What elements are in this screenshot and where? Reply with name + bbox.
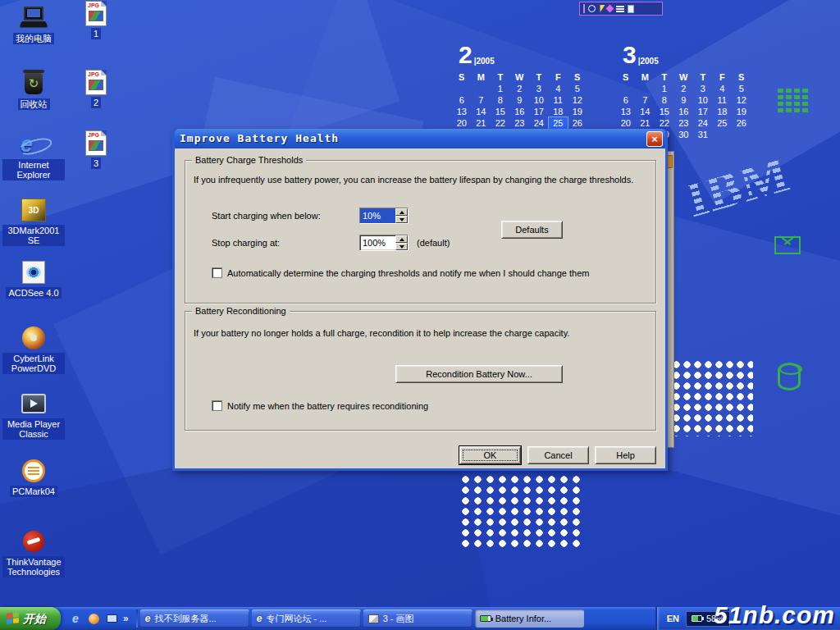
thinkvantage-icon — [20, 528, 48, 555]
calendar-day: 22 — [655, 117, 674, 129]
desktop-icon-label: 2 — [91, 97, 101, 108]
calendar-day: 24 — [529, 117, 549, 129]
calendar-day: 8 — [655, 94, 674, 106]
dialog-title-bar[interactable]: Improve Battery Health × — [175, 129, 665, 148]
chevron-right-icon[interactable]: » — [123, 612, 129, 625]
desktop-file-3[interactable]: JPG 3 — [75, 130, 116, 169]
ok-button[interactable]: OK — [459, 446, 521, 464]
calendar-day: 14 — [472, 106, 491, 117]
jpg-file-icon: JPG — [82, 0, 110, 26]
calendar-day: 23 — [510, 117, 530, 129]
desktop-icon-thinkvantage[interactable]: ThinkVantage Technologies — [2, 528, 66, 578]
task-button-label: 3 - 画图 — [383, 613, 414, 625]
start-charging-value[interactable]: 10% — [360, 208, 395, 223]
close-button[interactable]: × — [646, 131, 663, 147]
stop-charging-spinner[interactable]: 100% — [359, 235, 409, 251]
desktop-icon-label: ACDSee 4.0 — [6, 287, 61, 299]
desktop-icon-3dmark[interactable]: 3D 3DMark2001 SE — [2, 197, 66, 246]
defaults-button[interactable]: Defaults — [501, 221, 563, 239]
task-button-server-not-found[interactable]: e 找不到服务器... — [140, 609, 249, 628]
task-button-battery-information[interactable]: Battery Infor... — [475, 609, 584, 628]
notify-reconditioning-label[interactable]: Notify me when the battery requires reco… — [227, 401, 428, 411]
calendar-day-empty — [636, 83, 655, 94]
language-indicator[interactable]: EN — [667, 607, 679, 630]
spinner-down-button[interactable] — [395, 216, 408, 223]
calendar-day: 17 — [693, 106, 713, 117]
show-desktop-icon[interactable] — [105, 612, 118, 625]
calendar-day-header: T — [491, 71, 510, 83]
media-player-classic-icon — [20, 390, 48, 417]
task-buttons: e 找不到服务器... e 专门网论坛 - ... 3 - 画图 Battery… — [140, 609, 584, 628]
internet-explorer-icon[interactable]: e — [69, 612, 82, 625]
task-button-label: 专门网论坛 - ... — [266, 613, 326, 625]
auto-thresholds-checkbox[interactable] — [212, 267, 222, 278]
calendar-day: 25 — [549, 117, 568, 129]
dialog-button-row: OK Cancel Help — [175, 446, 665, 464]
calendar-day: 21 — [472, 117, 491, 129]
desktop-icon-powerdvd[interactable]: CyberLink PowerDVD — [2, 325, 66, 374]
start-button[interactable]: 开始 — [0, 607, 61, 630]
quick-launch: e » — [61, 612, 134, 625]
notify-reconditioning-checkbox-row: Notify me when the battery requires reco… — [212, 400, 428, 411]
calendar-day: 13 — [616, 106, 636, 117]
windows-logo-icon — [7, 612, 19, 625]
bolt-icon[interactable] — [598, 5, 605, 12]
calendar-year: |2005 — [638, 55, 659, 67]
pcmark-icon — [20, 458, 48, 484]
calendar-day-header: W — [510, 71, 530, 83]
calendar-day: 6 — [616, 94, 636, 106]
calendar-day: 15 — [491, 106, 510, 117]
power-manager-toolbar[interactable] — [579, 2, 663, 16]
desktop-icon-label: Internet Explorer — [2, 159, 65, 180]
desktop-icon-recycle-bin[interactable]: ↻ 回收站 — [2, 71, 66, 110]
task-button-paint[interactable]: 3 - 画图 — [363, 609, 472, 628]
calendar-day: 9 — [674, 94, 694, 106]
desktop-file-1[interactable]: JPG 1 — [75, 0, 116, 39]
toolbar-handle-icon[interactable] — [583, 4, 585, 13]
calendar-day: 19 — [568, 106, 587, 117]
desktop-icon-acdsee[interactable]: ACDSee 4.0 — [2, 259, 66, 299]
desktop-icon-label: ThinkVantage Technologies — [2, 556, 65, 578]
recondition-battery-button[interactable]: Recondition Battery Now... — [395, 365, 563, 383]
desktop-icon-pcmark[interactable]: PCMark04 — [2, 458, 66, 497]
calendar-day: 3 — [693, 83, 713, 94]
auto-thresholds-label[interactable]: Automatically determine the charging thr… — [227, 268, 589, 278]
calendar-day: 16 — [510, 106, 530, 117]
cancel-button[interactable]: Cancel — [527, 446, 589, 464]
calendar-day: 12 — [732, 94, 751, 106]
stop-charging-label: Stop charging at: — [212, 238, 359, 248]
jpg-file-icon: JPG — [82, 69, 110, 95]
media-player-icon[interactable] — [87, 612, 100, 625]
calendar-day: 11 — [713, 94, 733, 106]
spinner-up-button[interactable] — [395, 208, 408, 216]
stop-charging-value[interactable]: 100% — [360, 235, 395, 250]
desktop-icon-internet-explorer[interactable]: e Internet Explorer — [2, 131, 66, 180]
spinner-up-button[interactable] — [395, 235, 408, 243]
task-button-forum[interactable]: e 专门网论坛 - ... — [252, 609, 361, 628]
diamond-icon[interactable] — [606, 5, 614, 13]
improve-battery-health-dialog: Improve Battery Health × Battery Charge … — [172, 129, 668, 471]
calendar-day: 13 — [452, 106, 472, 117]
calendar-day: 14 — [636, 106, 655, 117]
my-computer-icon — [20, 5, 48, 31]
desktop-icon-my-computer[interactable]: 我的电脑 — [2, 5, 66, 44]
spinner-down-button[interactable] — [395, 243, 408, 250]
notify-reconditioning-checkbox[interactable] — [212, 400, 222, 411]
plug-icon[interactable] — [588, 5, 596, 12]
calendar-day: 20 — [616, 117, 636, 129]
desktop-icon-label: CyberLink PowerDVD — [2, 353, 65, 374]
calendar-day-empty — [616, 83, 636, 94]
internet-explorer-icon: e — [257, 614, 262, 623]
calendar-day: 20 — [452, 117, 472, 129]
calendar-day: 11 — [549, 94, 568, 106]
start-charging-spinner[interactable]: 10% — [359, 208, 409, 224]
desktop-icon-media-player-classic[interactable]: Media Player Classic — [2, 390, 66, 440]
keypad-icon[interactable] — [616, 6, 624, 12]
help-button[interactable]: Help — [595, 446, 656, 464]
page-icon[interactable] — [628, 5, 634, 13]
calendar-day: 22 — [491, 117, 510, 129]
dialog-title: Improve Battery Health — [180, 129, 646, 148]
calendar-day: 26 — [568, 117, 587, 129]
desktop-file-2[interactable]: JPG 2 — [75, 69, 116, 108]
calendar-day: 16 — [674, 106, 694, 117]
